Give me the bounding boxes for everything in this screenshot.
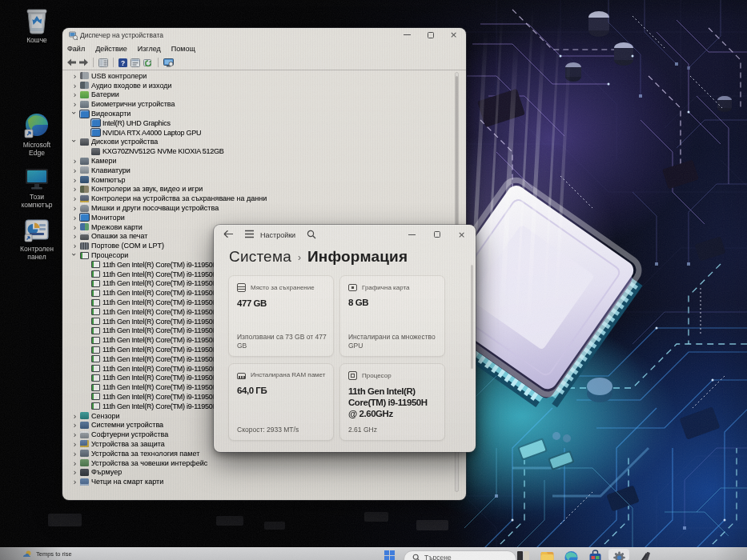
file-explorer-icon[interactable] xyxy=(540,550,554,560)
tree-chevron-icon[interactable] xyxy=(71,110,78,118)
device-tree-item[interactable]: Клавиатури xyxy=(63,166,465,175)
tree-chevron-icon[interactable] xyxy=(71,72,78,80)
tree-chevron-icon[interactable] xyxy=(71,204,78,212)
close-button[interactable]: × xyxy=(442,28,465,42)
help-icon[interactable]: ? xyxy=(118,58,127,67)
search-icon[interactable] xyxy=(307,230,316,239)
hamburger-menu-icon[interactable] xyxy=(244,230,255,238)
card-value: 8 GB xyxy=(348,297,438,308)
edge-icon[interactable] xyxy=(564,550,578,560)
tree-chevron-icon[interactable] xyxy=(71,100,78,108)
tree-chevron-icon[interactable] xyxy=(71,176,78,184)
menu-action[interactable]: Действие xyxy=(90,45,133,53)
tree-chevron-icon[interactable] xyxy=(71,440,78,448)
menu-view[interactable]: Изглед xyxy=(133,45,167,53)
back-icon[interactable] xyxy=(67,58,76,66)
device-tree-item[interactable]: Монитори xyxy=(63,213,465,222)
device-tree-item[interactable]: Четци на смарт карти xyxy=(63,477,465,486)
device-tree-item[interactable]: Контролери за звук, видео и игри xyxy=(63,185,465,194)
info-card[interactable]: Инсталирана RAM памет 64,0 ГБ Скорост: 2… xyxy=(228,363,334,441)
refresh-icon[interactable] xyxy=(143,58,153,67)
tree-chevron-icon[interactable] xyxy=(71,478,78,486)
taskbar-weather-widget[interactable]: Temps to rise xyxy=(22,550,72,559)
tree-chevron-icon[interactable] xyxy=(71,82,78,90)
tree-chevron-icon[interactable] xyxy=(71,185,78,193)
device-tree-item[interactable]: Intel(R) UHD Graphics xyxy=(63,118,465,128)
device-type-icon xyxy=(91,355,100,362)
device-type-icon xyxy=(91,327,100,334)
tree-chevron-icon[interactable] xyxy=(71,251,78,259)
device-tree-item[interactable]: Устройства за човешки интерфейс xyxy=(63,458,465,468)
device-type-icon xyxy=(80,186,89,193)
tree-chevron-icon[interactable] xyxy=(71,166,78,174)
desktop-icon-edge[interactable]: Microsoft Edge xyxy=(10,112,64,157)
device-type-icon xyxy=(91,280,100,287)
back-arrow-icon[interactable] xyxy=(223,230,234,238)
pinned-app-icon[interactable] xyxy=(637,550,650,560)
properties-icon[interactable] xyxy=(131,58,140,67)
device-tree-item[interactable]: Фърмуер xyxy=(63,467,465,477)
tree-chevron-icon[interactable] xyxy=(71,223,78,231)
device-tree-item[interactable]: NVIDIA RTX A4000 Laptop GPU xyxy=(63,128,465,138)
tree-chevron-icon[interactable] xyxy=(71,90,78,98)
tree-chevron-icon[interactable] xyxy=(71,421,78,429)
info-card[interactable]: Процесор 11th Gen Intel(R) Core(TM) i9-1… xyxy=(339,363,445,441)
tree-chevron-icon[interactable] xyxy=(71,157,78,165)
tree-chevron-icon[interactable] xyxy=(71,194,78,202)
tree-chevron-icon[interactable] xyxy=(71,459,78,467)
tree-chevron-icon[interactable] xyxy=(71,430,78,438)
maximize-button[interactable] xyxy=(419,28,442,42)
info-card[interactable]: Място за съхранение 477 GB Използвани са… xyxy=(228,275,334,357)
settings-scrollbar[interactable] xyxy=(471,265,473,369)
desktop-icon-this-pc[interactable]: Този компютър xyxy=(10,166,64,209)
device-tree-item[interactable]: Биометрични устройства xyxy=(63,99,465,109)
device-tree-item[interactable]: Аудио входове и изходи xyxy=(63,81,465,90)
tree-chevron-icon[interactable] xyxy=(71,468,78,476)
settings-gear-icon[interactable] xyxy=(612,550,626,560)
svg-text:?: ? xyxy=(121,58,125,66)
breadcrumb-about: Информация xyxy=(307,248,408,266)
device-tree-item[interactable]: Камери xyxy=(63,156,465,166)
device-tree-item[interactable]: Дискови устройства xyxy=(63,138,465,147)
tree-chevron-icon[interactable] xyxy=(71,450,78,458)
tree-chevron-icon[interactable] xyxy=(71,232,78,240)
tree-chevron-icon[interactable] xyxy=(71,214,78,222)
tree-chevron-icon[interactable] xyxy=(71,138,78,146)
close-button[interactable]: × xyxy=(449,226,474,242)
card-label: Инсталирана RAM памет xyxy=(251,371,325,378)
menu-help[interactable]: Помощ xyxy=(167,45,201,53)
device-tree-item-label: Опашки за печат xyxy=(91,232,147,240)
maximize-button[interactable] xyxy=(424,226,449,242)
device-type-icon xyxy=(91,337,100,344)
device-tree-item-label: Фърмуер xyxy=(91,468,122,476)
console-tree-icon[interactable] xyxy=(98,58,108,67)
device-tree-item[interactable]: Компютър xyxy=(63,175,465,185)
desktop-icon-control-panel[interactable]: Контролен панел xyxy=(10,218,64,261)
scan-hardware-changes-icon[interactable] xyxy=(163,58,174,67)
store-icon[interactable] xyxy=(588,550,602,560)
tree-chevron-icon[interactable] xyxy=(71,242,78,250)
device-type-icon xyxy=(91,129,100,136)
device-tree-item[interactable]: Мишки и други посочващи устройства xyxy=(63,203,465,213)
breadcrumb-system[interactable]: Система xyxy=(229,248,291,266)
minimize-button[interactable] xyxy=(396,28,419,42)
start-button-icon[interactable] xyxy=(384,550,395,560)
info-card[interactable]: Графична карта 8 GB Инсталирани са множе… xyxy=(339,275,445,357)
device-tree-item[interactable]: Контролери на устройства за съхраняване … xyxy=(63,194,465,203)
desktop-icon-recycle-bin[interactable]: Кошче xyxy=(10,7,64,45)
taskbar-search-box[interactable]: Търсене xyxy=(404,550,516,560)
settings-titlebar[interactable]: Настройки × xyxy=(214,225,476,246)
menu-file[interactable]: Файл xyxy=(67,45,90,53)
device-tree-item-label: KXG70ZNV512G NVMe KIOXIA 512GB xyxy=(102,147,224,155)
device-type-icon xyxy=(80,412,89,419)
device-manager-titlebar[interactable]: Диспечер на устройствата × xyxy=(62,28,466,42)
minimize-button[interactable] xyxy=(400,226,424,242)
forward-icon[interactable] xyxy=(79,58,88,66)
device-tree-item[interactable]: USB контролери xyxy=(63,71,465,81)
device-tree-item[interactable]: Батерии xyxy=(63,90,465,100)
device-tree-item[interactable]: KXG70ZNV512G NVMe KIOXIA 512GB xyxy=(63,146,465,156)
device-type-icon xyxy=(91,402,100,410)
tree-chevron-icon[interactable] xyxy=(71,412,78,420)
task-view-icon[interactable] xyxy=(516,550,530,560)
device-tree-item[interactable]: Видеокарти xyxy=(63,109,465,118)
